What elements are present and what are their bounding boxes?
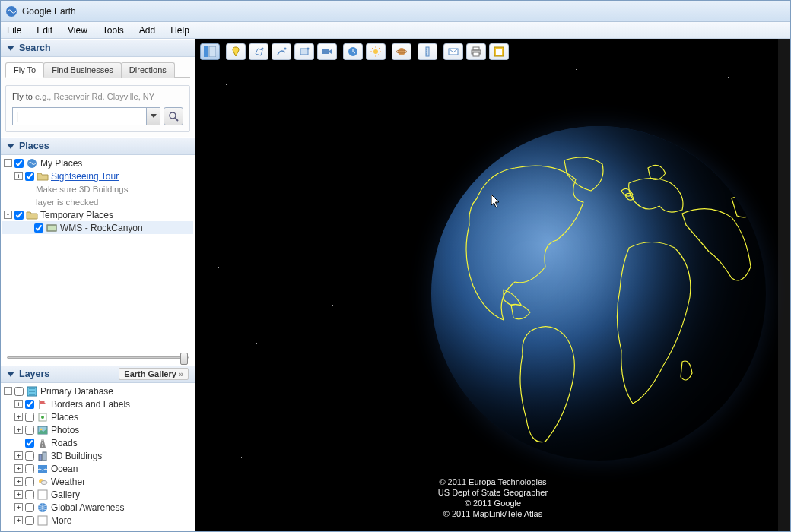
checkbox[interactable]: [25, 426, 34, 435]
print-button[interactable]: [466, 43, 486, 60]
menubar: File Edit View Tools Add Help: [1, 22, 790, 39]
view-in-maps-button[interactable]: [489, 43, 509, 60]
tree-roads[interactable]: Roads: [2, 436, 193, 449]
menu-view[interactable]: View: [68, 25, 87, 36]
tree-label: Borders and Labels: [51, 399, 130, 410]
checkbox[interactable]: [25, 172, 34, 181]
tree-sightseeing[interactable]: + Sightseeing Tour: [2, 169, 193, 182]
tree-more[interactable]: + More: [2, 514, 193, 527]
layers-panel-header[interactable]: Layers Earth Gallery »: [1, 365, 195, 383]
checkbox[interactable]: [14, 211, 24, 220]
flyto-input[interactable]: [12, 107, 147, 125]
tree-label: More: [51, 515, 71, 526]
checkbox[interactable]: [25, 477, 34, 486]
buildings-icon: [37, 450, 49, 462]
tree-photos[interactable]: + Photos: [2, 423, 193, 436]
tree-borders-labels[interactable]: + Borders and Labels: [2, 397, 193, 410]
collapse-icon: [7, 372, 14, 377]
tree-label: WMS - RockCanyon: [60, 223, 143, 233]
svg-line-38: [379, 48, 380, 49]
search-panel-header[interactable]: Search: [1, 39, 195, 57]
flyto-history-dropdown[interactable]: [147, 107, 160, 125]
search-title: Search: [19, 43, 51, 53]
places-panel-header[interactable]: Places: [1, 137, 195, 155]
svg-rect-22: [204, 46, 208, 57]
tree-temporary-places[interactable]: - Temporary Places: [2, 208, 193, 221]
opacity-slider[interactable]: [1, 353, 195, 365]
tree-3d-buildings[interactable]: + 3D Buildings: [2, 449, 193, 462]
menu-add[interactable]: Add: [139, 25, 155, 36]
place-icon: [37, 411, 49, 423]
checkbox[interactable]: [14, 387, 24, 396]
checkbox[interactable]: [25, 400, 34, 409]
menu-help[interactable]: Help: [170, 25, 189, 36]
record-tour-button[interactable]: [317, 43, 337, 60]
add-path-button[interactable]: [272, 43, 291, 60]
svg-rect-46: [473, 47, 479, 50]
tree-label: Temporary Places: [40, 210, 113, 220]
svg-point-18: [41, 480, 47, 484]
checkbox[interactable]: [25, 451, 34, 461]
tab-find-businesses[interactable]: Find Businesses: [43, 62, 122, 78]
checkbox[interactable]: [25, 516, 34, 525]
checkbox[interactable]: [25, 413, 34, 422]
flag-icon: [37, 398, 49, 410]
planets-button[interactable]: [392, 43, 411, 60]
sunlight-button[interactable]: [366, 43, 386, 60]
menu-file[interactable]: File: [7, 25, 21, 36]
tab-directions[interactable]: Directions: [121, 62, 175, 78]
tree-label: My Places: [40, 158, 82, 169]
svg-rect-48: [473, 52, 479, 56]
tree-global-awareness[interactable]: + Global Awareness: [2, 501, 193, 514]
tree-label[interactable]: Sightseeing Tour: [51, 171, 119, 182]
checkbox[interactable]: [25, 464, 34, 473]
tree-weather[interactable]: + Weather: [2, 475, 193, 488]
tree-label: Primary Database: [40, 386, 113, 397]
svg-point-24: [262, 48, 264, 50]
tree-ocean[interactable]: + Ocean: [2, 462, 193, 475]
tree-places[interactable]: + Places: [2, 410, 193, 423]
menu-edit[interactable]: Edit: [37, 25, 52, 36]
map-viewport[interactable]: © 2011 Europa Technologies US Dept of St…: [195, 39, 790, 531]
email-button[interactable]: [443, 43, 463, 60]
historical-imagery-button[interactable]: [343, 43, 363, 60]
tab-fly-to[interactable]: Fly To: [5, 62, 44, 78]
tree-my-places[interactable]: - My Places: [2, 157, 193, 169]
earth-gallery-button[interactable]: Earth Gallery »: [119, 368, 189, 380]
tree-wms-rockcanyon[interactable]: WMS - RockCanyon: [2, 221, 193, 234]
app-window: Google Earth File Edit View Tools Add He…: [0, 0, 791, 532]
database-icon: [26, 385, 38, 397]
gallery-icon: [37, 489, 49, 501]
earth-globe[interactable]: [431, 126, 766, 461]
checkbox[interactable]: [25, 503, 34, 512]
add-polygon-button[interactable]: [249, 43, 268, 60]
ocean-icon: [37, 463, 49, 475]
svg-line-36: [379, 55, 380, 56]
svg-rect-21: [38, 516, 47, 525]
tree-label: 3D Buildings: [51, 451, 102, 461]
svg-rect-15: [43, 452, 46, 461]
menu-tools[interactable]: Tools: [103, 25, 124, 36]
search-button[interactable]: [164, 107, 183, 125]
ruler-button[interactable]: [418, 43, 437, 60]
tree-gallery[interactable]: + Gallery: [2, 488, 193, 501]
svg-rect-26: [300, 49, 308, 55]
slider-thumb[interactable]: [180, 353, 188, 365]
tree-primary-database[interactable]: - Primary Database: [2, 385, 193, 397]
checkbox[interactable]: [25, 490, 34, 499]
tree-label: Weather: [51, 477, 85, 487]
svg-point-39: [398, 48, 405, 55]
add-placemark-button[interactable]: [226, 43, 246, 60]
checkbox[interactable]: [25, 439, 34, 448]
add-image-overlay-button[interactable]: [294, 43, 314, 60]
tree-sublabel: layer is checked: [36, 197, 98, 207]
scrollbar[interactable]: [778, 39, 790, 531]
tree-label: Places: [51, 412, 78, 423]
folder-icon: [26, 209, 38, 221]
svg-marker-1: [151, 114, 157, 118]
toggle-sidebar-button[interactable]: [200, 43, 220, 60]
checkbox[interactable]: [34, 223, 43, 233]
folder-icon: [26, 157, 38, 169]
checkbox[interactable]: [14, 159, 24, 168]
tree-label: Global Awareness: [51, 502, 125, 513]
